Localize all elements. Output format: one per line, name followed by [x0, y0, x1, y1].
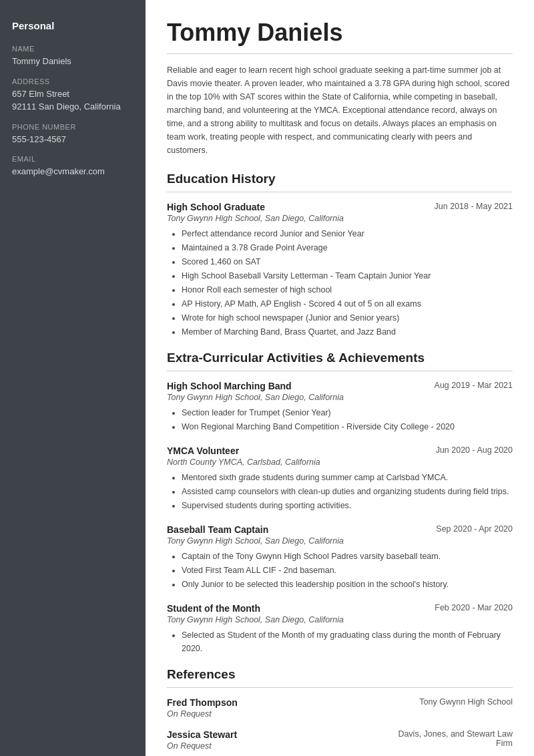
list-item: Assisted camp counselors with clean-up d… [182, 485, 513, 498]
name-label: Name [12, 45, 134, 53]
activities-entry-3-date: Feb 2020 - Mar 2020 [435, 603, 513, 612]
education-entry-0-subtitle: Tony Gwynn High School, San Diego, Calif… [167, 214, 513, 223]
list-item: Scored 1,460 on SAT [182, 255, 513, 268]
references-divider [167, 687, 513, 688]
activities-entry-2-header: Baseball Team CaptainSep 2020 - Apr 2020 [167, 524, 513, 535]
resume-name: Tommy Daniels [167, 19, 513, 47]
sidebar: Personal Name Tommy Daniels Address 657 … [0, 0, 146, 756]
activities-entry-0-bullets: Section leader for Trumpet (Senior Year)… [167, 406, 513, 433]
reference-entry-1: Jessica StewartOn RequestDavis, Jones, a… [167, 729, 513, 751]
sidebar-phone-value: 555-123-4567 [12, 133, 134, 146]
activities-entry-0-header: High School Marching BandAug 2019 - Mar … [167, 381, 513, 391]
list-item: Won Regional Marching Band Competition -… [182, 420, 513, 433]
education-divider [167, 192, 513, 192]
activities-heading: Extra-Curricular Activities & Achievemen… [167, 351, 513, 365]
activities-entry-0-date: Aug 2019 - Mar 2021 [435, 381, 513, 390]
list-item: Maintained a 3.78 Grade Point Average [182, 241, 513, 254]
references-heading: References [167, 667, 513, 682]
sidebar-address-line2: 92111 San Diego, California [12, 100, 134, 114]
list-item: Only Junior to be selected this leadersh… [182, 578, 513, 591]
list-item: Perfect attendance record Junior and Sen… [182, 227, 513, 240]
list-item: Mentored sixth grade students during sum… [182, 471, 513, 484]
activities-entry-0-title: High School Marching Band [167, 381, 292, 391]
activities-entry-2-date: Sep 2020 - Apr 2020 [436, 524, 513, 534]
list-item: Member of Marching Band, Brass Quartet, … [182, 325, 513, 339]
education-heading: Education History [167, 172, 513, 186]
reference-entry-0: Fred ThompsonOn RequestTony Gwynn High S… [167, 697, 513, 719]
list-item: Captain of the Tony Gwynn High School Pa… [182, 550, 513, 563]
main-content: Tommy Daniels Reliable and eager to lear… [146, 0, 534, 756]
summary-text: Reliable and eager to learn recent high … [167, 63, 513, 157]
sidebar-email-value: example@cvmaker.com [12, 165, 134, 178]
activities-entry-1-header: YMCA VolunteerJun 2020 - Aug 2020 [167, 445, 513, 456]
reference-entry-0-left: Fred ThompsonOn Request [167, 697, 238, 719]
reference-entry-0-organization: Tony Gwynn High School [419, 697, 513, 719]
activities-entry-3: Student of the MonthFeb 2020 - Mar 2020T… [167, 603, 513, 655]
list-item: AP History, AP Math, AP English - Scored… [182, 297, 513, 311]
activities-entry-0-subtitle: Tony Gwynn High School, San Diego, Calif… [167, 393, 513, 402]
reference-entry-1-name: Jessica Stewart [167, 729, 237, 740]
references-container: Fred ThompsonOn RequestTony Gwynn High S… [167, 697, 513, 756]
education-entry-0-bullets: Perfect attendance record Junior and Sen… [167, 227, 513, 339]
education-entry-0-header: High School Graduate Jun 2018 - May 2021 [167, 202, 513, 212]
activities-container: High School Marching BandAug 2019 - Mar … [167, 381, 513, 655]
phone-label: Phone number [12, 123, 134, 131]
sidebar-address-line1: 657 Elm Street [12, 87, 134, 101]
name-divider [167, 53, 513, 54]
activities-divider [167, 371, 513, 371]
list-item: Section leader for Trumpet (Senior Year) [182, 406, 513, 419]
activities-entry-1-bullets: Mentored sixth grade students during sum… [167, 471, 513, 512]
email-label: Email [12, 155, 134, 163]
list-item: Selected as Student of the Month of my g… [182, 628, 513, 655]
education-entry-0: High School Graduate Jun 2018 - May 2021… [167, 202, 513, 339]
activities-entry-1: YMCA VolunteerJun 2020 - Aug 2020North C… [167, 445, 513, 512]
list-item: High School Baseball Varsity Letterman -… [182, 269, 513, 282]
activities-entry-3-title: Student of the Month [167, 603, 260, 614]
education-entry-0-title: High School Graduate [167, 202, 265, 212]
activities-entry-2-bullets: Captain of the Tony Gwynn High School Pa… [167, 550, 513, 591]
list-item: Wrote for high school newspaper (Junior … [182, 311, 513, 325]
activities-entry-3-bullets: Selected as Student of the Month of my g… [167, 628, 513, 655]
list-item: Honor Roll each semester of high school [182, 283, 513, 297]
reference-entry-1-organization: Davis, Jones, and Stewart Law Firm [392, 729, 513, 751]
list-item: Supervised students during sporting acti… [182, 499, 513, 512]
reference-entry-0-name: Fred Thompson [167, 697, 238, 708]
reference-entry-1-availability: On Request [167, 741, 237, 751]
activities-entry-2: Baseball Team CaptainSep 2020 - Apr 2020… [167, 524, 513, 591]
list-item: Voted First Team ALL CIF - 2nd baseman. [182, 564, 513, 577]
activities-entry-0: High School Marching BandAug 2019 - Mar … [167, 381, 513, 433]
activities-entry-3-header: Student of the MonthFeb 2020 - Mar 2020 [167, 603, 513, 614]
activities-entry-1-date: Jun 2020 - Aug 2020 [436, 445, 513, 455]
activities-entry-3-subtitle: Tony Gwynn High School, San Diego, Calif… [167, 615, 513, 624]
activities-entry-2-title: Baseball Team Captain [167, 524, 268, 535]
activities-entry-1-subtitle: North County YMCA, Carlsbad, California [167, 457, 513, 467]
education-entry-0-date: Jun 2018 - May 2021 [435, 202, 513, 211]
sidebar-section-title: Personal [12, 20, 134, 31]
address-label: Address [12, 77, 134, 85]
sidebar-name-value: Tommy Daniels [12, 55, 134, 68]
activities-entry-1-title: YMCA Volunteer [167, 445, 239, 456]
reference-entry-1-left: Jessica StewartOn Request [167, 729, 237, 751]
activities-entry-2-subtitle: Tony Gwynn High School, San Diego, Calif… [167, 536, 513, 546]
reference-entry-0-availability: On Request [167, 709, 238, 719]
